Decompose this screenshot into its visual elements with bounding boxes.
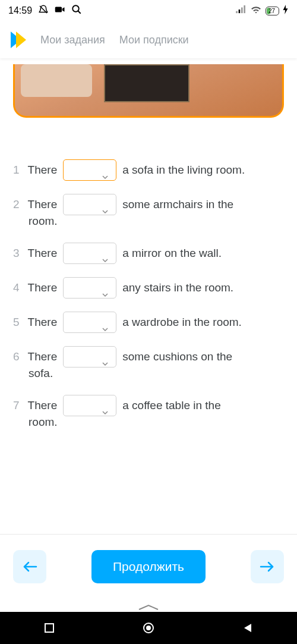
question-row: 3Therea mirror on the wall.	[13, 243, 284, 264]
wifi-icon	[250, 5, 262, 17]
svg-rect-7	[244, 5, 245, 13]
question-row: 1Therea sofa in the living room.	[13, 159, 284, 181]
svg-rect-10	[45, 624, 53, 632]
svg-point-12	[146, 626, 151, 630]
question-suffix: some armchairs in the	[122, 194, 233, 215]
back-button[interactable]	[240, 620, 255, 636]
signal-icon	[236, 5, 247, 16]
chevron-down-icon	[102, 353, 109, 360]
chevron-down-icon	[102, 250, 109, 257]
status-time: 14:59	[8, 5, 32, 16]
question-suffix-wrap: room.	[13, 414, 284, 431]
chevron-down-icon	[102, 319, 109, 326]
svg-rect-4	[236, 11, 238, 14]
svg-rect-1	[55, 7, 62, 12]
chevron-down-icon	[102, 402, 109, 409]
svg-rect-6	[241, 8, 243, 14]
question-number: 5	[13, 312, 20, 333]
question-row: 4Thereany stairs in the room.	[13, 277, 284, 299]
answer-dropdown[interactable]	[63, 395, 116, 416]
question-prefix: There	[28, 194, 58, 215]
chevron-down-icon	[102, 201, 109, 208]
chevron-down-icon	[102, 284, 109, 291]
next-button[interactable]	[251, 550, 284, 583]
question-number: 4	[13, 277, 20, 299]
nav-my-tasks[interactable]: Мои задания	[40, 34, 105, 46]
questions-list: 1Therea sofa in the living room.2Thereso…	[13, 159, 284, 431]
prev-button[interactable]	[13, 550, 46, 583]
question-prefix: There	[28, 346, 58, 367]
question-number: 7	[13, 395, 20, 416]
app-header: Мои задания Мои подписки	[0, 21, 297, 58]
footer-nav: Продолжить	[0, 535, 297, 599]
question-number: 3	[13, 243, 20, 264]
question-row: 6Theresome cushions on thesofa.	[13, 346, 284, 382]
question-prefix: There	[28, 277, 58, 299]
system-nav	[0, 612, 297, 644]
exercise-image	[13, 64, 284, 118]
continue-button[interactable]: Продолжить	[91, 550, 206, 583]
status-bar: 14:59 27	[0, 0, 297, 21]
question-suffix-wrap: sofa.	[13, 365, 284, 382]
answer-dropdown[interactable]	[63, 243, 116, 264]
question-number: 2	[13, 194, 20, 215]
drawer-handle[interactable]	[0, 599, 297, 612]
question-suffix-wrap: room.	[13, 213, 284, 230]
answer-dropdown[interactable]	[63, 194, 116, 215]
question-suffix: any stairs in the room.	[122, 277, 233, 299]
search-icon	[71, 4, 82, 17]
question-suffix: a mirror on the wall.	[122, 243, 222, 264]
nav-my-subscriptions[interactable]: Мои подписки	[119, 34, 189, 46]
question-prefix: There	[28, 395, 58, 416]
content-area: 1Therea sofa in the living room.2Thereso…	[0, 58, 297, 528]
svg-line-3	[78, 11, 81, 14]
question-row: 7Therea coffee table in theroom.	[13, 395, 284, 431]
question-row: 5Therea wardrobe in the room.	[13, 312, 284, 333]
svg-point-2	[72, 5, 79, 12]
question-number: 1	[13, 159, 20, 181]
charging-icon	[283, 5, 289, 17]
question-prefix: There	[28, 159, 58, 181]
answer-dropdown[interactable]	[63, 277, 116, 299]
app-logo[interactable]	[11, 32, 26, 48]
question-prefix: There	[28, 312, 58, 333]
camera-icon	[55, 5, 65, 16]
home-button[interactable]	[141, 620, 156, 636]
question-suffix: a coffee table in the	[122, 395, 221, 416]
question-prefix: There	[28, 243, 58, 264]
question-number: 6	[13, 346, 20, 367]
battery-indicator: 27	[266, 7, 279, 15]
answer-dropdown[interactable]	[63, 159, 116, 181]
mute-icon	[38, 4, 49, 17]
answer-dropdown[interactable]	[63, 312, 116, 333]
answer-dropdown[interactable]	[63, 346, 116, 367]
recent-apps-button[interactable]	[42, 620, 57, 636]
chevron-down-icon	[102, 167, 109, 174]
svg-rect-5	[239, 10, 241, 13]
question-suffix: a wardrobe in the room.	[122, 312, 242, 333]
question-suffix: a sofa in the living room.	[122, 159, 245, 181]
question-suffix: some cushions on the	[122, 346, 232, 367]
question-row: 2Theresome armchairs in theroom.	[13, 194, 284, 230]
